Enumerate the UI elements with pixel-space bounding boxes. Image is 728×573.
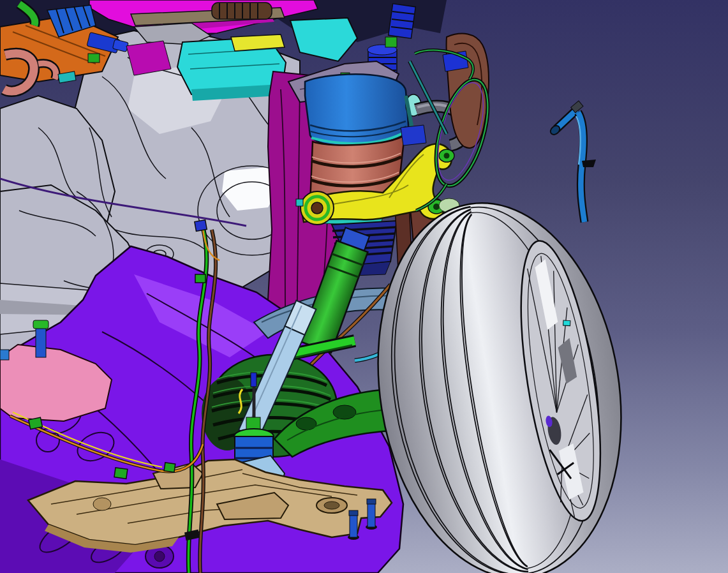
- scene-canvas[interactable]: [0, 0, 728, 573]
- joint-clip: [296, 199, 303, 206]
- bracket-stud: [36, 327, 46, 357]
- green-clip: [164, 463, 175, 472]
- ribbed-hose[interactable]: [212, 3, 272, 19]
- blue-bracket-block: [401, 125, 426, 145]
- green-clip: [114, 468, 128, 479]
- blue-chip: [0, 350, 9, 360]
- case-hub-center: [154, 551, 165, 562]
- arm-hole: [296, 417, 316, 430]
- air-spring-drum: [305, 74, 408, 145]
- green-clip: [195, 274, 205, 283]
- blue-clip: [195, 220, 207, 232]
- green-clip: [29, 417, 43, 429]
- valve-stem: [563, 320, 570, 326]
- stud-cap: [33, 320, 48, 329]
- green-fitting: [88, 54, 100, 63]
- magenta-bracket: [126, 41, 171, 75]
- mount-pin: [251, 373, 256, 387]
- cad-viewport[interactable]: [0, 0, 728, 573]
- bracket-hole-inner: [324, 502, 339, 509]
- bracket-hole-3: [93, 498, 111, 510]
